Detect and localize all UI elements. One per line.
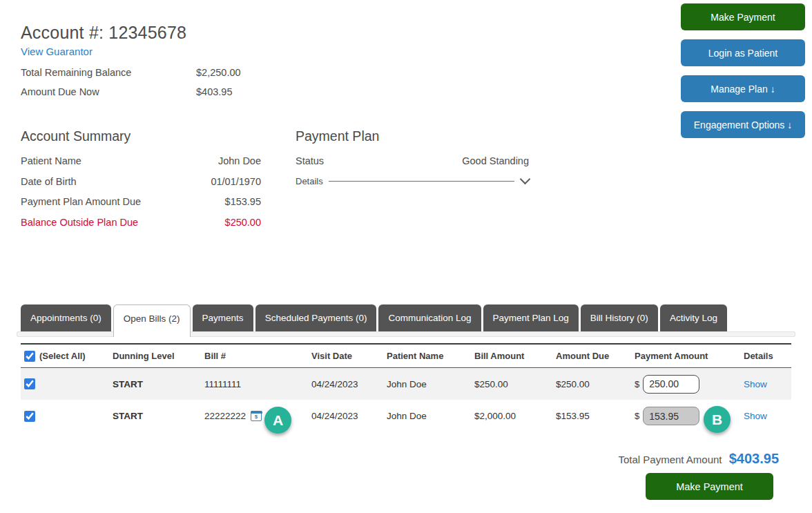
account-summary-title: Account Summary [21,128,261,144]
row2-currency-symbol: $ [635,411,639,421]
patient-account-page: Account #: 12345678 View Guarantor Total… [0,0,812,513]
plan-details-label: Details [296,176,323,186]
header-patient-name: Patient Name [387,351,474,361]
row2-visit-date: 04/24/2023 [311,411,387,421]
row1-amount-due: $250.00 [556,379,635,389]
row1-currency-symbol: $ [635,379,639,389]
plan-status-row: Status Good Standing [296,155,529,166]
make-payment-submit-button[interactable]: Make Payment [646,473,773,500]
manage-plan-dropdown-button[interactable]: Manage Plan ↓ [681,75,805,102]
header-visit-date: Visit Date [311,351,387,361]
payment-plan-amount-due-label: Payment Plan Amount Due [21,196,141,207]
row1-bill-number: 11111111 [204,379,311,389]
view-guarantor-link[interactable]: View Guarantor [21,46,93,57]
plan-status-label: Status [296,155,324,166]
details-divider-line [329,181,514,182]
row2-bill-amount: $2,000.00 [474,411,556,421]
date-of-birth-label: Date of Birth [21,176,77,187]
total-payment-value: $403.95 [729,451,779,466]
balance-outside-plan-due-row: Balance Outside Plan Due $250.00 [21,217,261,228]
row1-payment-amount-input[interactable] [643,375,699,394]
row1-checkbox[interactable] [24,378,35,389]
row1-show-details-link[interactable]: Show [744,379,767,389]
row2-payment-amount-input [643,407,699,425]
total-remaining-balance-label: Total Remaining Balance [21,67,193,78]
row2-checkbox[interactable] [24,411,35,422]
row2-dunning-level: START [113,411,204,421]
row2-amount-due: $153.95 [556,411,635,421]
payment-plan-section: Payment Plan Status Good Standing Detail… [296,128,529,186]
tab-communication-log[interactable]: Communication Log [378,304,481,331]
row1-bill-amount: $250.00 [474,379,556,389]
payment-plan-amount-due-row: Payment Plan Amount Due $153.95 [21,196,261,207]
header-select-all-cell: (Select All) [21,351,113,362]
table-row: START 11111111 04/24/2023 John Doe $250.… [21,368,791,400]
account-summary-section: Account Summary Patient Name John Doe Da… [21,128,261,237]
date-of-birth-row: Date of Birth 01/01/1970 [21,176,261,187]
patient-name-value: John Doe [218,155,261,166]
total-payment-label: Total Payment Amount [618,454,722,465]
header-details: Details [744,351,791,361]
annotation-marker-b: B [704,406,731,433]
amount-due-now-value: $403.95 [196,86,232,97]
page-title: Account #: 12345678 [21,23,186,43]
header-dunning-level: Dunning Level [113,351,204,361]
patient-name-row: Patient Name John Doe [21,155,261,166]
row1-dunning-level: START [113,379,204,389]
plan-details-expander[interactable]: Details [296,176,529,186]
row2-select-cell [21,411,113,422]
tab-scheduled-payments[interactable]: Scheduled Payments (0) [255,304,377,331]
action-button-stack: Make Payment Login as Patient Manage Pla… [681,3,805,147]
payment-schedule-calendar-icon[interactable]: $ [251,411,262,421]
tab-appointments[interactable]: Appointments (0) [21,304,111,331]
header-payment-amount: Payment Amount [635,351,744,361]
tab-payment-plan-log[interactable]: Payment Plan Log [483,304,579,331]
header-bill-amount: Bill Amount [474,351,556,361]
open-bills-table: (Select All) Dunning Level Bill # Visit … [21,343,791,432]
payment-plan-title: Payment Plan [296,128,529,144]
make-payment-button[interactable]: Make Payment [681,3,805,30]
row1-visit-date: 04/24/2023 [311,379,387,389]
select-all-label: (Select All) [39,351,86,361]
total-payment-line: Total Payment Amount $403.95 [21,451,779,467]
chevron-down-icon[interactable] [520,173,531,184]
tab-bar: Appointments (0) Open Bills (2) Payments… [21,304,729,337]
engagement-options-dropdown-button[interactable]: Engagement Options ↓ [681,111,805,138]
amount-due-now-row: Amount Due Now $403.95 [21,86,232,97]
payment-plan-amount-due-value: $153.95 [225,196,261,207]
header-bill-number: Bill # [204,351,311,361]
amount-due-now-label: Amount Due Now [21,86,193,97]
table-header-row: (Select All) Dunning Level Bill # Visit … [21,343,791,368]
tab-open-bills[interactable]: Open Bills (2) [113,304,191,337]
total-remaining-balance-row: Total Remaining Balance $2,250.00 [21,67,241,78]
balance-outside-plan-due-value: $250.00 [225,217,261,228]
total-remaining-balance-value: $2,250.00 [196,67,241,78]
date-of-birth-value: 01/01/1970 [211,176,261,187]
row1-select-cell [21,378,113,389]
tab-bill-history[interactable]: Bill History (0) [581,304,658,331]
row2-bill-number-cell: 22222222 $ [204,411,311,421]
annotation-marker-a: A [264,407,291,434]
tab-activity-log[interactable]: Activity Log [660,304,727,331]
header-amount-due: Amount Due [556,351,635,361]
balance-outside-plan-due-label: Balance Outside Plan Due [21,217,138,228]
plan-status-value: Good Standing [462,155,529,166]
select-all-checkbox[interactable] [24,351,35,362]
row1-patient-name: John Doe [387,379,474,389]
row1-payment-cell: $ [635,375,744,394]
patient-name-label: Patient Name [21,155,81,166]
row2-patient-name: John Doe [387,411,474,421]
login-as-patient-button[interactable]: Login as Patient [681,39,805,66]
row2-show-details-link[interactable]: Show [744,411,767,421]
table-row: START 22222222 $ 04/24/2023 John Doe $2,… [21,400,791,432]
tab-payments[interactable]: Payments [193,304,253,331]
row2-bill-number: 22222222 [204,411,246,421]
